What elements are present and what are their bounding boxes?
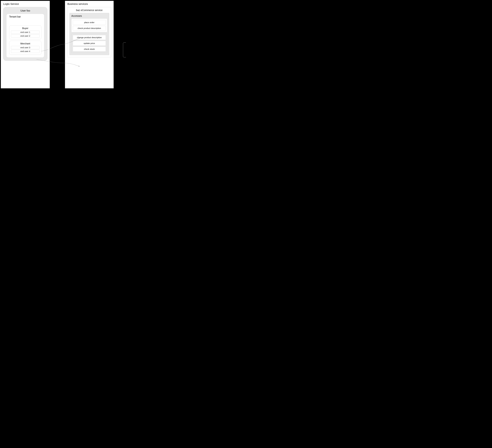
access-item: check stock xyxy=(73,47,106,52)
end-user-item: end user 3 xyxy=(11,46,40,49)
baz-service-title: baz eCommerce service xyxy=(70,9,109,12)
access-group-merchant: change product description update price … xyxy=(71,33,107,53)
tenant-bar-box: Tenant bar Buyer end user 1 end user 2 M… xyxy=(6,14,44,58)
tenant-bar-title: Tenant bar xyxy=(9,15,41,18)
access-group-buyer: place order check product description xyxy=(71,19,107,32)
user-foo-box: User foo Tenant bar Buyer end user 1 end… xyxy=(3,7,47,61)
business-services-title: Business services xyxy=(67,2,111,6)
merchant-role-box: Merchant end user 3 end user 4 xyxy=(9,41,41,55)
cropped-edge-box xyxy=(123,42,126,57)
end-user-item: end user 2 xyxy=(11,34,40,38)
business-services-panel: Business services baz eCommerce service … xyxy=(65,1,114,88)
access-item: place order xyxy=(73,20,106,25)
buyer-role-title: Buyer xyxy=(11,27,40,30)
buyer-role-box: Buyer end user 1 end user 2 xyxy=(9,25,41,39)
accesses-title: Accesses xyxy=(71,14,107,17)
user-foo-title: User foo xyxy=(6,9,44,12)
accesses-box: Accesses place order check product descr… xyxy=(70,13,109,55)
baz-service-box: baz eCommerce service Accesses place ord… xyxy=(67,7,111,57)
logto-service-title: Logto Service xyxy=(3,2,47,6)
end-user-item: end user 1 xyxy=(11,31,40,34)
logto-service-panel: Logto Service User foo Tenant bar Buyer … xyxy=(1,1,50,88)
access-item: change product description xyxy=(73,35,106,40)
end-user-item: end user 4 xyxy=(11,50,40,53)
merchant-role-title: Merchant xyxy=(11,42,40,45)
access-item: check product description xyxy=(73,26,106,31)
access-item: update price xyxy=(73,41,106,46)
